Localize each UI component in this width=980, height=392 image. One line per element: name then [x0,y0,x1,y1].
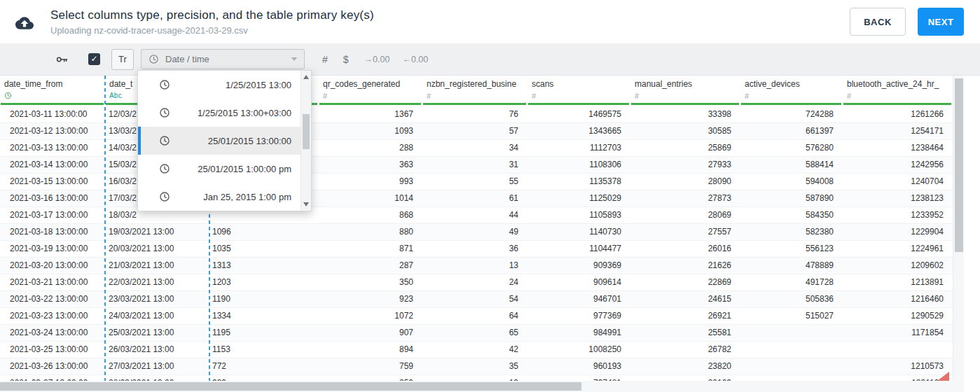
table-cell: 1104477 [527,241,630,258]
number-type-button[interactable]: # [322,54,328,65]
horizontal-scrollbar-thumb[interactable] [0,382,581,391]
table-cell: 909369 [527,258,630,274]
currency-type-button[interactable]: $ [343,54,349,65]
column-name: nzbn_registered_busine [427,79,527,89]
table-cell: 984991 [527,325,630,342]
include-column-checkbox[interactable]: ✓ [88,53,100,65]
table-cell: 1135378 [527,174,630,190]
column-header[interactable]: qr_codes_generated# [319,76,422,106]
column-header[interactable]: manual_entries# [630,76,740,106]
date-format-option[interactable]: Jan 25, 2015 1:00 pm [138,183,311,211]
scroll-down-icon[interactable] [303,202,309,206]
csv-import-wizard: Select columns type, precision, and the … [0,0,980,392]
table-cell: 946701 [527,291,630,308]
datetime-type-clock-icon [4,91,105,100]
table-cell: 1171854 [843,325,953,342]
date-format-option[interactable]: 25/01/2015 1:00:00 pm [138,155,311,183]
increase-decimals-button[interactable]: →0.00 [364,55,390,64]
table-cell: 588414 [740,157,843,174]
table-row: 2021-03-18 13:00:0019/03/2021 13:0010968… [0,224,953,241]
table-cell: 57 [422,123,527,140]
table-cell: 2021-03-12 13:00:00 [0,123,105,140]
table-cell: 22869 [630,274,740,291]
table-cell: 661397 [740,123,843,140]
table-cell: 1238464 [843,140,953,157]
table-cell: 907 [319,325,422,342]
table-cell: 1195 [209,325,319,342]
table-row: 2021-03-20 13:00:0021/03/2021 13:0013132… [0,258,953,274]
table-cell: 26016 [630,241,740,258]
table-cell: 2021-03-26 13:00:00 [0,358,105,375]
date-format-option[interactable]: 25/01/2015 13:00:00 [138,127,311,155]
table-cell: 2021-03-24 13:00:00 [0,325,105,342]
table-cell: 13 [422,258,527,274]
table-cell: 2021-03-25 13:00:00 [0,342,105,358]
column-header[interactable]: bluetooth_active_24_hr_# [843,76,953,106]
table-cell: 977369 [527,308,630,325]
text-type-button[interactable]: Tr [111,49,134,70]
table-row: 2021-03-23 13:00:0024/03/2021 13:0013341… [0,308,953,325]
table-cell: 2021-03-19 13:00:00 [0,241,105,258]
table-cell: 1216460 [843,291,953,308]
column-type-label: # [532,91,630,100]
column-type-dropdown[interactable]: Date / time [141,49,305,69]
table-cell: 1233952 [843,207,953,224]
column-type-label: # [635,91,740,100]
table-cell: 1334 [209,308,319,325]
dropdown-scrollbar[interactable] [301,71,311,211]
table-cell: 1261266 [843,106,953,123]
table-cell: 1224961 [843,241,953,258]
column-header[interactable]: scans# [527,76,630,106]
table-cell: 1072 [319,308,422,325]
column-header[interactable]: active_devices# [740,76,843,106]
clock-icon [159,191,170,202]
horizontal-scrollbar[interactable] [0,381,964,392]
option-label: 1/25/2015 13:00+03:00 [170,108,291,118]
upload-cloud-icon [14,14,35,32]
data-quality-bar [843,103,951,105]
data-quality-bar [1,103,104,105]
vertical-scrollbar[interactable] [953,76,964,381]
date-format-option[interactable]: 1/25/2015 13:00 [138,71,311,99]
column-header[interactable]: date_time_from [0,76,105,106]
chevron-down-icon [291,57,297,61]
option-label: 1/25/2015 13:00 [170,80,291,90]
next-button[interactable]: NEXT [918,8,964,36]
table-cell: 44 [422,207,527,224]
option-label: 25/01/2015 1:00:00 pm [170,164,291,174]
table-cell: 21626 [630,258,740,274]
table-cell: 871 [319,241,422,258]
table-cell: 1367 [319,106,422,123]
table-cell: 23/03/2021 13:00 [105,291,209,308]
primary-key-icon[interactable] [55,52,69,66]
table-cell: 27557 [630,224,740,241]
column-type-label: # [847,91,953,100]
table-cell: 34 [422,140,527,157]
vertical-scrollbar-thumb[interactable] [955,78,963,252]
table-cell: 24615 [630,291,740,308]
page-title: Select columns type, precision, and the … [50,8,374,22]
table-cell: 923 [319,291,422,308]
decrease-decimals-button[interactable]: ←0.00 [402,55,428,64]
table-cell: 21/03/2021 13:00 [105,258,209,274]
back-button[interactable]: BACK [850,8,906,36]
clock-icon [159,79,170,90]
table-cell: 582380 [740,224,843,241]
table-cell: 2021-03-23 13:00:00 [0,308,105,325]
table-row: 2021-03-21 13:00:0022/03/2021 13:0012033… [0,274,953,291]
table-cell: 1209602 [843,258,953,274]
dropdown-scrollbar-thumb[interactable] [303,114,310,149]
table-cell: 25581 [630,325,740,342]
table-cell: 2021-03-11 13:00:00 [0,106,105,123]
table-cell: 772 [209,358,319,375]
data-quality-bar [423,103,526,105]
date-format-option[interactable]: 1/25/2015 13:00+03:00 [138,99,311,127]
table-cell: 19/03/2021 13:00 [105,224,209,241]
table-cell: 1105893 [527,207,630,224]
table-cell: 909614 [527,274,630,291]
table-cell: 22/03/2021 13:00 [105,274,209,291]
scroll-up-icon[interactable] [303,75,309,79]
column-header[interactable]: nzbn_registered_busine# [422,76,527,106]
table-cell: 1240704 [843,174,953,190]
column-name: qr_codes_generated [323,79,422,89]
